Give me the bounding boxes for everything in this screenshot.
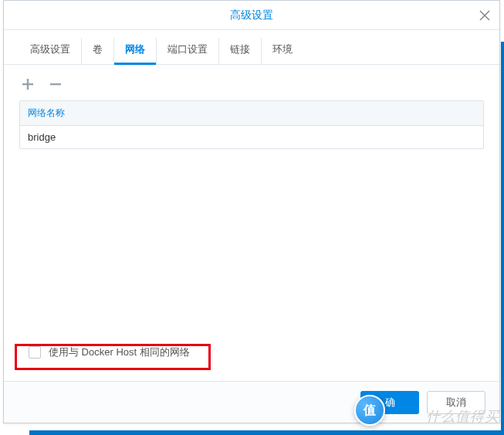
dialog-footer: 确 取消: [4, 381, 499, 423]
decorative-right-border: [501, 42, 504, 435]
toolbar: [4, 65, 499, 100]
tab-volume[interactable]: 卷: [82, 38, 114, 64]
tab-link[interactable]: 链接: [219, 38, 262, 64]
host-network-checkbox[interactable]: [29, 346, 41, 359]
host-network-option[interactable]: 使用与 Docker Host 相同的网络: [21, 341, 198, 364]
dialog-header: 高级设置: [4, 1, 499, 30]
tab-network[interactable]: 网络: [114, 38, 157, 64]
table-row[interactable]: bridge: [20, 126, 483, 148]
watermark-text: 什么值得买: [426, 407, 499, 426]
decorative-bottom-border: [29, 430, 504, 435]
dialog-title: 高级设置: [230, 8, 273, 22]
network-table: 网络名称 bridge: [19, 100, 484, 149]
add-button[interactable]: [19, 76, 36, 93]
tab-advanced[interactable]: 高级设置: [19, 38, 82, 64]
plus-icon: [20, 76, 36, 92]
tab-env[interactable]: 环境: [262, 38, 303, 64]
host-network-label: 使用与 Docker Host 相同的网络: [49, 345, 190, 359]
advanced-settings-dialog: 高级设置 高级设置 卷 网络 端口设置 链接 环境 网络名称 bridge 使用…: [3, 0, 500, 423]
tab-bar: 高级设置 卷 网络 端口设置 链接 环境: [4, 30, 499, 65]
smzdm-badge-icon: 值: [354, 395, 385, 426]
tab-port[interactable]: 端口设置: [157, 38, 219, 64]
close-button[interactable]: [478, 8, 492, 22]
close-icon: [479, 10, 490, 21]
table-header-name[interactable]: 网络名称: [20, 101, 483, 126]
remove-button[interactable]: [47, 76, 64, 93]
minus-icon: [48, 76, 63, 92]
